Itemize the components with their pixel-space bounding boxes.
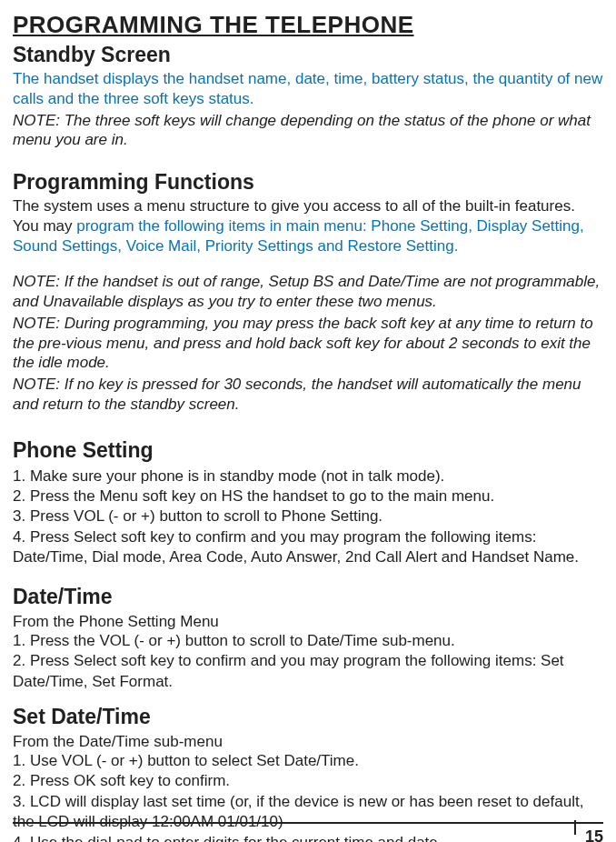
programming-lead-highlight: program the following items in main menu… <box>13 217 584 255</box>
page-title: PROGRAMMING THE TELEPHONE <box>13 11 603 39</box>
programming-note-3: NOTE: If no key is pressed for 30 second… <box>13 375 603 415</box>
standby-note: NOTE: The three soft keys will change de… <box>13 111 603 151</box>
programming-note-2: NOTE: During programming, you may press … <box>13 314 603 373</box>
phone-setting-steps: 1. Make sure your phone is in standby mo… <box>13 466 603 568</box>
set-date-time-step-3: 3. LCD will display last set time (or, i… <box>13 792 603 833</box>
programming-heading: Programming Functions <box>13 170 603 195</box>
standby-heading: Standby Screen <box>13 43 603 67</box>
date-time-steps: 1. Press the VOL (- or +) button to scro… <box>13 631 603 692</box>
set-date-time-lead: From the Date/Time sub-menu <box>13 733 603 751</box>
page-number: 15 <box>585 827 603 842</box>
set-date-time-step-2: 2. Press OK soft key to confirm. <box>13 771 603 791</box>
set-date-time-step-4: 4. Use the dial-pad to enter digits for … <box>13 833 603 842</box>
programming-note-1: NOTE: If the handset is out of range, Se… <box>13 272 603 312</box>
programming-lead: The system uses a menu structure to give… <box>13 196 603 256</box>
set-date-time-step-1: 1. Use VOL (- or +) button to select Set… <box>13 751 603 771</box>
page-footer: 15 <box>13 822 603 824</box>
phone-setting-step-1: 1. Make sure your phone is in standby mo… <box>13 466 603 486</box>
set-date-time-steps: 1. Use VOL (- or +) button to select Set… <box>13 751 603 842</box>
phone-setting-heading: Phone Setting <box>13 438 603 463</box>
set-date-time-heading: Set Date/Time <box>13 705 603 729</box>
date-time-step-1: 1. Press the VOL (- or +) button to scro… <box>13 631 603 651</box>
footer-rule <box>13 822 603 824</box>
date-time-heading: Date/Time <box>13 585 603 609</box>
phone-setting-step-2: 2. Press the Menu soft key on HS the han… <box>13 486 603 506</box>
phone-setting-step-3: 3. Press VOL (- or +) button to scroll t… <box>13 506 603 526</box>
date-time-lead: From the Phone Setting Menu <box>13 613 603 631</box>
phone-setting-step-4: 4. Press Select soft key to confirm and … <box>13 527 603 568</box>
footer-tick <box>574 820 576 835</box>
standby-highlight-text: The handset displays the handset name, d… <box>13 69 603 109</box>
date-time-step-2: 2. Press Select soft key to confirm and … <box>13 651 603 692</box>
